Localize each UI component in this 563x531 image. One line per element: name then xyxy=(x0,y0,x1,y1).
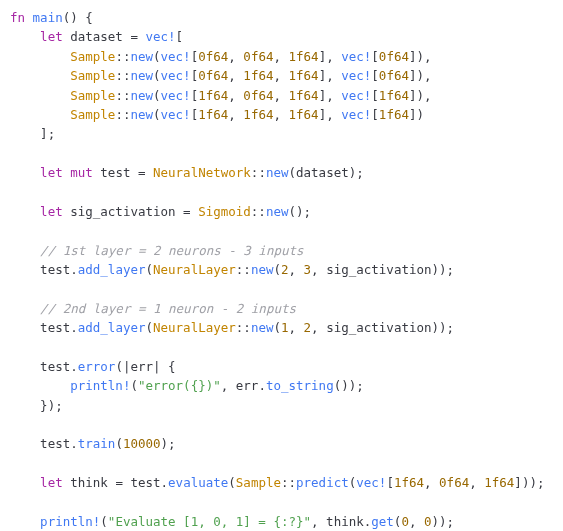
blank-line xyxy=(10,494,18,509)
blank-line xyxy=(10,184,18,199)
code-line: // 2nd layer = 1 neuron - 2 inputs xyxy=(10,301,296,316)
blank-line xyxy=(10,417,18,432)
code-line: Sample::new(vec![0f64, 1f64, 1f64], vec!… xyxy=(10,68,432,83)
code-line: Sample::new(vec![0f64, 0f64, 1f64], vec!… xyxy=(10,49,432,64)
code-line: println!("error({})", err.to_string()); xyxy=(10,378,364,393)
blank-line xyxy=(10,281,18,296)
code-line: test.train(10000); xyxy=(10,436,176,451)
code-line: ]; xyxy=(10,126,55,141)
code-line: let sig_activation = Sigmoid::new(); xyxy=(10,204,311,219)
blank-line xyxy=(10,223,18,238)
code-line: test.add_layer(NeuralLayer::new(1, 2, si… xyxy=(10,320,454,335)
code-line: test.error(|err| { xyxy=(10,359,176,374)
code-line: let mut test = NeuralNetwork::new(datase… xyxy=(10,165,364,180)
blank-line xyxy=(10,456,18,471)
code-line: fn main() { xyxy=(10,10,93,25)
code-line: }); xyxy=(10,398,63,413)
code-line: let dataset = vec![ xyxy=(10,29,183,44)
code-line: let think = test.evaluate(Sample::predic… xyxy=(10,475,544,490)
code-line: // 1st layer = 2 neurons - 3 inputs xyxy=(10,243,304,258)
blank-line xyxy=(10,146,18,161)
blank-line xyxy=(10,339,18,354)
code-block: fn main() { let dataset = vec![ Sample::… xyxy=(10,8,553,531)
code-line: Sample::new(vec![1f64, 1f64, 1f64], vec!… xyxy=(10,107,424,122)
code-line: test.add_layer(NeuralLayer::new(2, 3, si… xyxy=(10,262,454,277)
code-line: Sample::new(vec![1f64, 0f64, 1f64], vec!… xyxy=(10,88,432,103)
code-line: println!("Evaluate [1, 0, 1] = {:?}", th… xyxy=(10,514,454,529)
